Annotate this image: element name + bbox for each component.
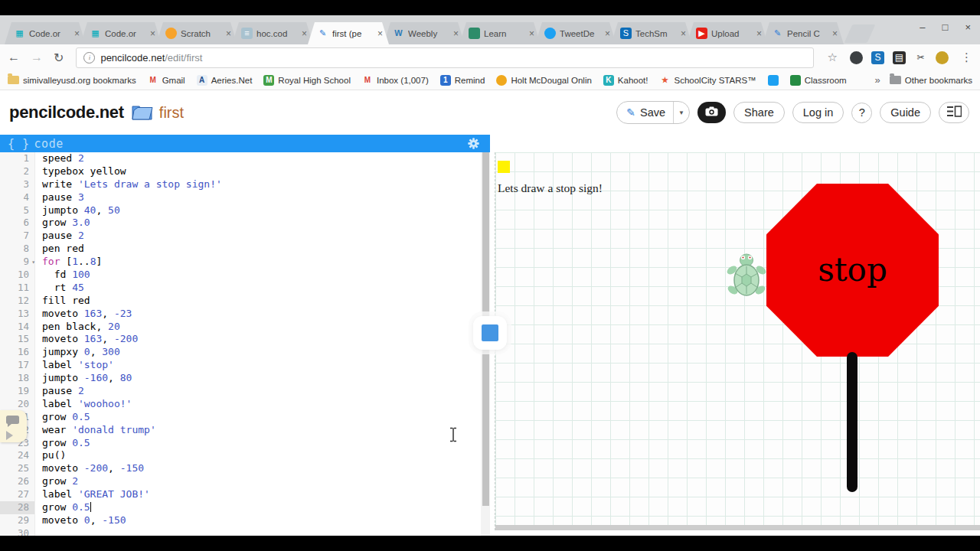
tab-close-icon[interactable]: × — [150, 28, 155, 39]
maximize-button[interactable]: □ — [942, 21, 949, 33]
bookmark-label: simivalleyusd.org bookmarks — [23, 76, 136, 85]
comment-bubble-icon[interactable] — [6, 416, 19, 424]
code-text: moveto -200, -150 — [35, 462, 144, 475]
bookmarks-overflow-icon[interactable]: » — [875, 74, 880, 86]
browser-tab[interactable]: ▶Upload× — [687, 22, 768, 44]
tab-close-icon[interactable]: × — [605, 28, 610, 39]
film-extension-icon[interactable]: ▤ — [893, 51, 906, 64]
minimize-button[interactable]: – — [920, 21, 925, 33]
gutter-widget — [0, 410, 27, 442]
scissors-extension-icon[interactable]: ✂ — [914, 51, 927, 64]
other-bookmarks[interactable]: Other bookmarks — [890, 76, 972, 85]
scratch-icon — [165, 28, 177, 39]
bookmark-item[interactable]: MGmail — [148, 75, 185, 86]
save-button[interactable]: ✎ Save — [617, 102, 673, 123]
tab-close-icon[interactable]: × — [226, 28, 231, 39]
line-number: 18 — [0, 372, 35, 385]
save-dropdown-button[interactable]: ▼ — [673, 102, 689, 123]
code-editor[interactable]: 1speed 22typebox yellow3write 'Lets draw… — [0, 152, 481, 536]
tab-close-icon[interactable]: × — [302, 28, 307, 39]
dark-sphere-extension-icon[interactable] — [850, 51, 863, 64]
browser-tab[interactable]: Scratch× — [156, 22, 237, 44]
browser-tab[interactable]: STechSm× — [611, 22, 692, 44]
browser-tab[interactable]: ▦Code.or× — [5, 22, 86, 44]
bookmark-label: SchoolCity STARS™ — [675, 76, 756, 85]
bookmark-item[interactable]: Classroom — [790, 75, 847, 86]
run-button[interactable] — [473, 316, 507, 350]
tab-close-icon[interactable]: × — [74, 28, 80, 39]
bookmark-item[interactable]: simivalleyusd.org bookmarks — [8, 76, 136, 85]
browser-tab[interactable]: ≡hoc.cod× — [232, 22, 313, 44]
reload-button[interactable]: ↻ — [54, 51, 64, 65]
tab-close-icon[interactable]: × — [756, 28, 762, 39]
address-bar[interactable]: i pencilcode.net /edit/first — [76, 47, 813, 68]
tab-label: first (pe — [332, 29, 375, 38]
browser-tab[interactable]: ▦Code.or× — [80, 22, 162, 44]
code-text — [35, 527, 42, 536]
bookmark-label: Royal High School — [278, 76, 351, 85]
browser-tab[interactable]: WWeebly× — [384, 22, 465, 44]
share-button[interactable]: Share — [733, 102, 785, 123]
output-message: Lets draw a stop sign! — [498, 181, 603, 195]
browser-menu-icon[interactable]: ⋮ — [961, 51, 972, 64]
browser-tab[interactable]: ✎first (pe× — [308, 22, 389, 44]
line-number: 13 — [0, 308, 35, 321]
new-tab-button[interactable] — [844, 24, 876, 43]
bookmark-item[interactable]: Holt McDougal Onlin — [496, 75, 591, 86]
screen: ▦Code.or×▦Code.or×Scratch×≡hoc.cod×✎firs… — [0, 0, 980, 551]
line-number: 11 — [0, 282, 35, 295]
page-info-icon[interactable]: i — [83, 52, 95, 64]
code-text: moveto 163, -200 — [35, 333, 138, 346]
browser-tab[interactable]: Learn× — [459, 22, 541, 44]
turtle-sprite[interactable] — [727, 253, 766, 303]
braces-icon: { } — [8, 137, 30, 151]
tab-close-icon[interactable]: × — [529, 28, 534, 39]
bookmark-item[interactable]: ★SchoolCity STARS™ — [660, 75, 756, 86]
browser-tab[interactable]: ✎Pencil C× — [763, 22, 844, 44]
bookmark-item[interactable]: 1Remind — [440, 75, 485, 86]
code-text: pen black, 20 — [35, 321, 120, 334]
fold-icon[interactable]: ▾ — [31, 256, 35, 269]
techsmith-icon: S — [620, 28, 632, 39]
site-brand[interactable]: pencilcode.net — [9, 103, 124, 122]
tab-close-icon[interactable]: × — [832, 28, 838, 39]
bookmark-item[interactable] — [768, 75, 779, 86]
s-extension-icon[interactable]: S — [871, 51, 884, 64]
tab-close-icon[interactable]: × — [681, 28, 686, 39]
screenshot-button[interactable] — [697, 102, 726, 123]
code-text: jumpxy 0, 300 — [35, 346, 120, 359]
file-name[interactable]: first — [159, 104, 184, 122]
output-scrollbar[interactable] — [495, 525, 980, 530]
guide-button[interactable]: Guide — [880, 102, 931, 123]
code-panel: { } code 1speed — [0, 135, 490, 536]
browser-tab[interactable]: TweetDe× — [535, 22, 616, 44]
line-number: 30 — [0, 527, 35, 536]
bookmark-star-icon[interactable]: ☆ — [828, 51, 838, 64]
code-panel-title: code — [34, 137, 64, 151]
bookmark-label: Classroom — [805, 76, 847, 85]
window-close-button[interactable]: × — [965, 21, 971, 33]
stamp-extension-icon[interactable] — [936, 51, 949, 64]
panel-layout-button[interactable] — [939, 102, 969, 123]
bookmark-item[interactable]: MRoyal High School — [263, 75, 351, 86]
play-triangle-icon[interactable] — [6, 431, 13, 440]
code-line: 12fill red — [0, 295, 481, 308]
code-line: 20label 'woohoo!' — [0, 398, 481, 411]
forward-button[interactable]: → — [31, 51, 43, 64]
back-button[interactable]: ← — [8, 51, 20, 64]
gear-icon[interactable] — [468, 138, 479, 152]
browser-toolbar: ← → ↻ i pencilcode.net /edit/first ☆ S▤✂… — [0, 44, 980, 70]
login-button[interactable]: Log in — [792, 102, 844, 123]
bookmark-item[interactable]: KKahoot! — [603, 75, 648, 86]
bookmark-item[interactable]: MInbox (1,007) — [362, 75, 429, 86]
line-number: 8 — [0, 243, 35, 256]
tab-close-icon[interactable]: × — [453, 28, 459, 39]
bookmark-label: Kahoot! — [618, 76, 648, 85]
tab-close-icon[interactable]: × — [377, 28, 383, 39]
classroom-icon — [790, 75, 801, 86]
code-text: rt 45 — [35, 282, 84, 295]
help-button[interactable]: ? — [851, 103, 872, 123]
code-line: 6grow 3.0 — [0, 217, 481, 230]
bookmark-item[interactable]: AAeries.Net — [197, 75, 253, 86]
other-bookmarks-label: Other bookmarks — [905, 76, 972, 85]
